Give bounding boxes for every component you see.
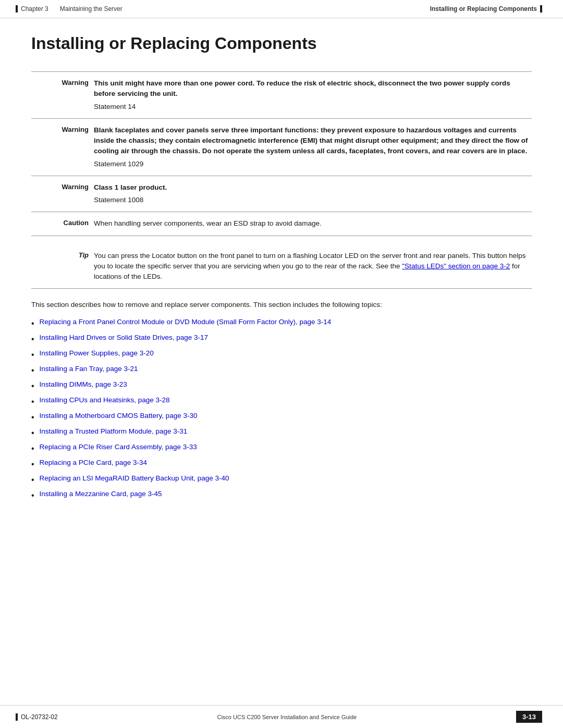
list-item: • Replacing a PCIe Card, page 3-34 bbox=[31, 458, 532, 471]
list-item: • Installing Hard Drives or Solid State … bbox=[31, 332, 532, 346]
warning-bold-1: This unit might have more than one power… bbox=[94, 79, 510, 97]
warning-label-1: Warning bbox=[31, 78, 94, 112]
list-item: • Installing Power Supplies, page 3-20 bbox=[31, 348, 532, 361]
caution-block: Caution When handling server components,… bbox=[31, 212, 532, 236]
list-item: • Installing a Motherboard CMOS Battery,… bbox=[31, 411, 532, 424]
section-title: Installing or Replacing Components bbox=[430, 5, 537, 13]
bullet-icon: • bbox=[31, 380, 34, 392]
header-left: Chapter 3 Maintaining the Server bbox=[16, 5, 123, 13]
tip-label: Tip bbox=[31, 251, 94, 282]
tip-block: Tip You can press the Locator button on … bbox=[31, 244, 532, 289]
bullet-icon: • bbox=[31, 427, 34, 439]
bullet-icon: • bbox=[31, 474, 34, 486]
link-2[interactable]: Installing Hard Drives or Solid State Dr… bbox=[40, 332, 208, 343]
list-item: • Replacing a PCIe Riser Card Assembly, … bbox=[31, 442, 532, 455]
link-6[interactable]: Installing CPUs and Heatsinks, page 3-28 bbox=[40, 395, 170, 405]
main-content: Installing or Replacing Components Warni… bbox=[0, 18, 563, 546]
header-right: Installing or Replacing Components bbox=[430, 5, 542, 13]
chapter-separator bbox=[52, 5, 57, 13]
list-item: • Installing a Mezzanine Card, page 3-45 bbox=[31, 489, 532, 502]
warning-content-1: This unit might have more than one power… bbox=[94, 78, 532, 112]
warning-statement-3: Statement 1008 bbox=[94, 195, 532, 205]
header-bar-left bbox=[16, 5, 18, 13]
caution-content: When handling server components, wear an… bbox=[94, 218, 532, 229]
caution-label: Caution bbox=[31, 218, 94, 229]
list-item: • Installing a Fan Tray, page 3-21 bbox=[31, 364, 532, 377]
warning-bold-2: Blank faceplates and cover panels serve … bbox=[94, 126, 528, 155]
link-7[interactable]: Installing a Motherboard CMOS Battery, p… bbox=[40, 411, 198, 421]
topic-list: • Replacing a Front Panel Control Module… bbox=[31, 317, 532, 502]
caution-text: When handling server components, wear an… bbox=[94, 219, 322, 227]
list-item: • Replacing an LSI MegaRAID Battery Back… bbox=[31, 473, 532, 486]
footer-doc-number: OL-20732-02 bbox=[21, 713, 58, 721]
warning-content-2: Blank faceplates and cover panels serve … bbox=[94, 125, 532, 169]
link-8[interactable]: Installing a Trusted Platform Module, pa… bbox=[40, 426, 188, 437]
warning-statement-1: Statement 14 bbox=[94, 102, 532, 112]
bullet-icon: • bbox=[31, 333, 34, 346]
warning-bold-3: Class 1 laser product. bbox=[94, 183, 167, 191]
warning-statement-2: Statement 1029 bbox=[94, 159, 532, 169]
link-5[interactable]: Installing DIMMs, page 3-23 bbox=[40, 379, 127, 390]
footer-guide-title: Cisco UCS C200 Server Installation and S… bbox=[217, 714, 357, 720]
warning-block-2: Warning Blank faceplates and cover panel… bbox=[31, 119, 532, 176]
list-item: • Installing DIMMs, page 3-23 bbox=[31, 379, 532, 392]
footer-left: OL-20732-02 bbox=[16, 713, 58, 721]
bullet-icon: • bbox=[31, 317, 34, 330]
bullet-icon: • bbox=[31, 489, 34, 502]
chapter-label: Chapter 3 bbox=[21, 5, 48, 13]
tip-content: You can press the Locator button on the … bbox=[94, 251, 532, 282]
warning-block-3: Warning Class 1 laser product. Statement… bbox=[31, 176, 532, 213]
list-item: • Installing a Trusted Platform Module, … bbox=[31, 426, 532, 439]
link-4[interactable]: Installing a Fan Tray, page 3-21 bbox=[40, 364, 138, 374]
page-header: Chapter 3 Maintaining the Server Install… bbox=[0, 0, 563, 18]
warning-content-3: Class 1 laser product. Statement 1008 bbox=[94, 182, 532, 206]
page-footer: OL-20732-02 Cisco UCS C200 Server Instal… bbox=[0, 705, 563, 728]
page-number: 3-13 bbox=[516, 711, 542, 723]
footer-bar-left bbox=[16, 713, 18, 721]
warning-label-3: Warning bbox=[31, 182, 94, 206]
footer-right: 3-13 bbox=[516, 711, 542, 723]
link-9[interactable]: Replacing a PCIe Riser Card Assembly, pa… bbox=[40, 442, 197, 452]
bullet-icon: • bbox=[31, 411, 34, 424]
tip-link[interactable]: "Status LEDs" section on page 3-2 bbox=[402, 262, 510, 270]
link-12[interactable]: Installing a Mezzanine Card, page 3-45 bbox=[40, 489, 162, 499]
bullet-icon: • bbox=[31, 442, 34, 455]
list-item: • Replacing a Front Panel Control Module… bbox=[31, 317, 532, 330]
link-3[interactable]: Installing Power Supplies, page 3-20 bbox=[40, 348, 154, 359]
chapter-title: Maintaining the Server bbox=[60, 5, 123, 13]
bullet-icon: • bbox=[31, 396, 34, 408]
link-11[interactable]: Replacing an LSI MegaRAID Battery Backup… bbox=[40, 473, 229, 484]
link-10[interactable]: Replacing a PCIe Card, page 3-34 bbox=[40, 458, 147, 468]
link-1[interactable]: Replacing a Front Panel Control Module o… bbox=[40, 317, 332, 327]
bullet-icon: • bbox=[31, 349, 34, 361]
body-text: This section describes how to remove and… bbox=[31, 299, 532, 311]
bullet-icon: • bbox=[31, 458, 34, 471]
bullet-icon: • bbox=[31, 364, 34, 377]
page-title: Installing or Replacing Components bbox=[31, 34, 532, 53]
warning-label-2: Warning bbox=[31, 125, 94, 169]
header-bar-right bbox=[540, 5, 542, 13]
list-item: • Installing CPUs and Heatsinks, page 3-… bbox=[31, 395, 532, 408]
warning-block-1: Warning This unit might have more than o… bbox=[31, 71, 532, 119]
